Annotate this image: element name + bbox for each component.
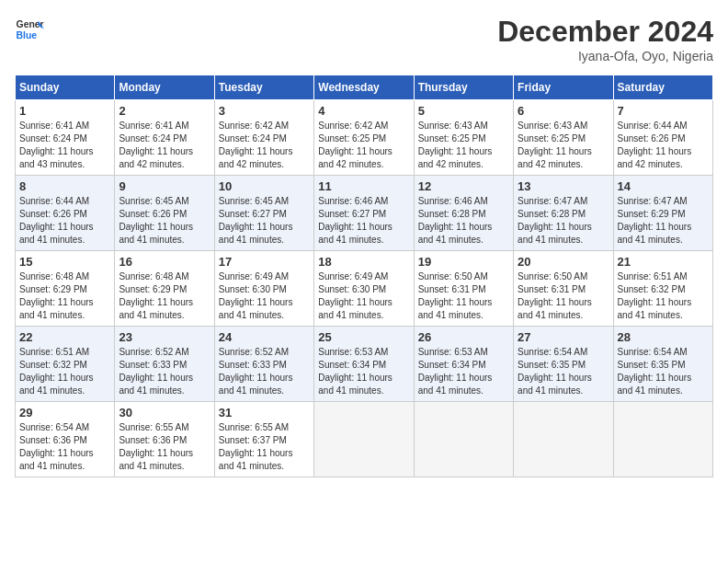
day-number: 15	[19, 255, 110, 269]
day-info: Sunrise: 6:48 AMSunset: 6:29 PMDaylight:…	[19, 270, 110, 322]
calendar-cell: 31Sunrise: 6:55 AMSunset: 6:37 PMDayligh…	[214, 402, 313, 477]
weekday-header-thursday: Thursday	[414, 75, 513, 100]
day-info: Sunrise: 6:41 AMSunset: 6:24 PMDaylight:…	[19, 120, 110, 171]
day-info: Sunrise: 6:48 AMSunset: 6:29 PMDaylight:…	[119, 270, 210, 322]
calendar-cell: 28Sunrise: 6:54 AMSunset: 6:35 PMDayligh…	[613, 327, 712, 402]
calendar-cell	[613, 402, 712, 477]
day-info: Sunrise: 6:51 AMSunset: 6:32 PMDaylight:…	[618, 270, 709, 322]
weekday-header-wednesday: Wednesday	[314, 75, 414, 100]
week-row-3: 15Sunrise: 6:48 AMSunset: 6:29 PMDayligh…	[16, 251, 713, 327]
page-header: General Blue December 2024 Iyana-Ofa, Oy…	[15, 15, 713, 63]
day-info: Sunrise: 6:47 AMSunset: 6:28 PMDaylight:…	[518, 195, 609, 247]
day-info: Sunrise: 6:43 AMSunset: 6:25 PMDaylight:…	[418, 120, 509, 171]
day-number: 1	[19, 104, 110, 118]
logo: General Blue	[15, 15, 44, 44]
week-row-1: 1Sunrise: 6:41 AMSunset: 6:24 PMDaylight…	[16, 100, 713, 176]
weekday-header-tuesday: Tuesday	[214, 75, 313, 100]
day-number: 5	[418, 104, 509, 118]
day-number: 20	[518, 255, 609, 269]
day-info: Sunrise: 6:53 AMSunset: 6:34 PMDaylight:…	[418, 346, 509, 397]
day-number: 25	[318, 330, 409, 344]
calendar-cell: 7Sunrise: 6:44 AMSunset: 6:26 PMDaylight…	[613, 100, 712, 176]
week-row-5: 29Sunrise: 6:54 AMSunset: 6:36 PMDayligh…	[16, 402, 713, 477]
day-info: Sunrise: 6:51 AMSunset: 6:32 PMDaylight:…	[19, 346, 110, 397]
calendar-cell: 15Sunrise: 6:48 AMSunset: 6:29 PMDayligh…	[16, 251, 115, 327]
day-number: 16	[119, 255, 210, 269]
day-number: 4	[318, 104, 409, 118]
day-number: 19	[418, 255, 509, 269]
weekday-header-monday: Monday	[115, 75, 214, 100]
weekday-header-friday: Friday	[514, 75, 613, 100]
calendar-cell: 18Sunrise: 6:49 AMSunset: 6:30 PMDayligh…	[314, 251, 414, 327]
day-number: 2	[119, 104, 210, 118]
day-info: Sunrise: 6:55 AMSunset: 6:37 PMDaylight:…	[219, 421, 310, 473]
calendar-cell: 14Sunrise: 6:47 AMSunset: 6:29 PMDayligh…	[613, 176, 712, 251]
day-info: Sunrise: 6:42 AMSunset: 6:24 PMDaylight:…	[219, 120, 310, 171]
calendar-cell: 5Sunrise: 6:43 AMSunset: 6:25 PMDaylight…	[414, 100, 513, 176]
day-number: 9	[119, 179, 210, 193]
calendar-cell: 30Sunrise: 6:55 AMSunset: 6:36 PMDayligh…	[115, 402, 214, 477]
day-number: 10	[219, 179, 310, 193]
calendar-cell: 9Sunrise: 6:45 AMSunset: 6:26 PMDaylight…	[115, 176, 214, 251]
week-row-4: 22Sunrise: 6:51 AMSunset: 6:32 PMDayligh…	[16, 327, 713, 402]
day-info: Sunrise: 6:41 AMSunset: 6:24 PMDaylight:…	[119, 120, 210, 171]
day-info: Sunrise: 6:46 AMSunset: 6:28 PMDaylight:…	[418, 195, 509, 247]
calendar-cell: 6Sunrise: 6:43 AMSunset: 6:25 PMDaylight…	[514, 100, 613, 176]
calendar-cell: 2Sunrise: 6:41 AMSunset: 6:24 PMDaylight…	[115, 100, 214, 176]
day-number: 28	[618, 330, 709, 344]
calendar-cell: 27Sunrise: 6:54 AMSunset: 6:35 PMDayligh…	[514, 327, 613, 402]
calendar-cell: 21Sunrise: 6:51 AMSunset: 6:32 PMDayligh…	[613, 251, 712, 327]
day-number: 26	[418, 330, 509, 344]
calendar-cell: 1Sunrise: 6:41 AMSunset: 6:24 PMDaylight…	[16, 100, 115, 176]
day-number: 14	[618, 179, 709, 193]
day-info: Sunrise: 6:44 AMSunset: 6:26 PMDaylight:…	[19, 195, 110, 247]
calendar-cell: 10Sunrise: 6:45 AMSunset: 6:27 PMDayligh…	[214, 176, 313, 251]
calendar-cell: 22Sunrise: 6:51 AMSunset: 6:32 PMDayligh…	[16, 327, 115, 402]
calendar-cell: 8Sunrise: 6:44 AMSunset: 6:26 PMDaylight…	[16, 176, 115, 251]
calendar-cell: 29Sunrise: 6:54 AMSunset: 6:36 PMDayligh…	[16, 402, 115, 477]
weekday-header-saturday: Saturday	[613, 75, 712, 100]
calendar-cell: 16Sunrise: 6:48 AMSunset: 6:29 PMDayligh…	[115, 251, 214, 327]
day-info: Sunrise: 6:49 AMSunset: 6:30 PMDaylight:…	[318, 270, 409, 322]
day-info: Sunrise: 6:49 AMSunset: 6:30 PMDaylight:…	[219, 270, 310, 322]
day-number: 8	[19, 179, 110, 193]
day-number: 18	[318, 255, 409, 269]
day-info: Sunrise: 6:45 AMSunset: 6:26 PMDaylight:…	[119, 195, 210, 247]
weekday-header-row: SundayMondayTuesdayWednesdayThursdayFrid…	[16, 75, 713, 100]
day-number: 17	[219, 255, 310, 269]
location: Iyana-Ofa, Oyo, Nigeria	[497, 49, 713, 63]
day-number: 27	[518, 330, 609, 344]
day-info: Sunrise: 6:54 AMSunset: 6:36 PMDaylight:…	[19, 421, 110, 473]
day-number: 21	[618, 255, 709, 269]
calendar-cell: 25Sunrise: 6:53 AMSunset: 6:34 PMDayligh…	[314, 327, 414, 402]
day-info: Sunrise: 6:50 AMSunset: 6:31 PMDaylight:…	[418, 270, 509, 322]
day-number: 12	[418, 179, 509, 193]
day-number: 22	[19, 330, 110, 344]
day-info: Sunrise: 6:52 AMSunset: 6:33 PMDaylight:…	[119, 346, 210, 397]
day-number: 3	[219, 104, 310, 118]
day-number: 13	[518, 179, 609, 193]
calendar-cell: 20Sunrise: 6:50 AMSunset: 6:31 PMDayligh…	[514, 251, 613, 327]
calendar-cell	[514, 402, 613, 477]
day-info: Sunrise: 6:42 AMSunset: 6:25 PMDaylight:…	[318, 120, 409, 171]
day-info: Sunrise: 6:54 AMSunset: 6:35 PMDaylight:…	[518, 346, 609, 397]
calendar-table: SundayMondayTuesdayWednesdayThursdayFrid…	[15, 75, 713, 477]
day-info: Sunrise: 6:55 AMSunset: 6:36 PMDaylight:…	[119, 421, 210, 473]
day-number: 29	[19, 406, 110, 419]
calendar-cell: 23Sunrise: 6:52 AMSunset: 6:33 PMDayligh…	[115, 327, 214, 402]
calendar-cell: 17Sunrise: 6:49 AMSunset: 6:30 PMDayligh…	[214, 251, 313, 327]
day-number: 6	[518, 104, 609, 118]
title-block: December 2024 Iyana-Ofa, Oyo, Nigeria	[497, 15, 713, 63]
day-number: 31	[219, 406, 310, 419]
svg-text:Blue: Blue	[17, 30, 38, 40]
day-number: 30	[119, 406, 210, 419]
day-info: Sunrise: 6:46 AMSunset: 6:27 PMDaylight:…	[318, 195, 409, 247]
day-number: 23	[119, 330, 210, 344]
day-info: Sunrise: 6:54 AMSunset: 6:35 PMDaylight:…	[618, 346, 709, 397]
calendar-cell: 3Sunrise: 6:42 AMSunset: 6:24 PMDaylight…	[214, 100, 313, 176]
calendar-cell: 24Sunrise: 6:52 AMSunset: 6:33 PMDayligh…	[214, 327, 313, 402]
calendar-cell: 19Sunrise: 6:50 AMSunset: 6:31 PMDayligh…	[414, 251, 513, 327]
calendar-cell: 11Sunrise: 6:46 AMSunset: 6:27 PMDayligh…	[314, 176, 414, 251]
day-info: Sunrise: 6:47 AMSunset: 6:29 PMDaylight:…	[618, 195, 709, 247]
day-number: 11	[318, 179, 409, 193]
